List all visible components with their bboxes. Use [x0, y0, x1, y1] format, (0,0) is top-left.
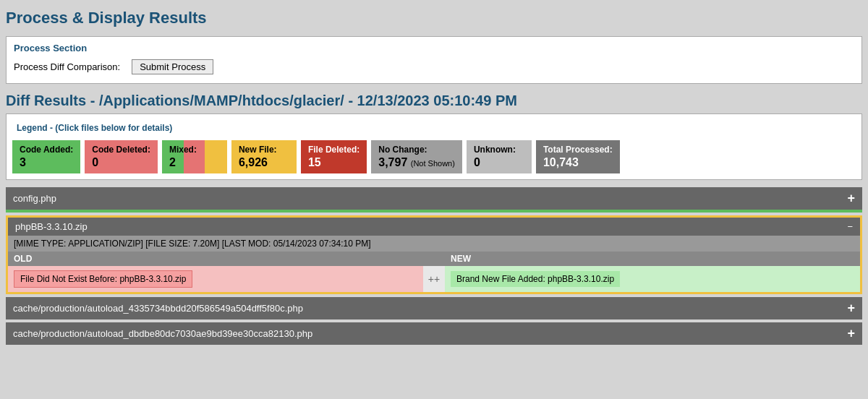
stat-value-new-file: 6,926 [239, 156, 289, 169]
file-row-autoload-2[interactable]: cache/production/autoload_dbdbe80dc7030a… [6, 322, 862, 345]
file-row-autoload-1[interactable]: cache/production/autoload_4335734bbdd20f… [6, 297, 862, 319]
stat-label-code-deleted: Code Deleted: [92, 145, 150, 155]
stat-card-total: Total Processed: 10,743 [536, 140, 620, 173]
diff-results-title: Diff Results - /Applications/MAMP/htdocs… [6, 93, 862, 109]
stat-value-file-deleted: 15 [308, 156, 359, 169]
diff-new-cell: Brand New File Added: phpBB-3.3.10.zip [445, 266, 860, 292]
stat-label-unknown: Unknown: [474, 145, 524, 155]
stats-row: Code Added: 3 Code Deleted: 0 Mixed: 2 N… [12, 140, 856, 173]
diff-old-cell: File Did Not Exist Before: phpBB-3.3.10.… [8, 266, 423, 292]
green-bar-config-php [6, 210, 862, 213]
stat-card-unknown: Unknown: 0 [467, 140, 532, 173]
file-row-phpbb-zip[interactable]: phpBB-3.3.10.zip − [8, 218, 860, 236]
stat-label-new-file: New File: [239, 145, 289, 155]
stat-value-code-added: 3 [20, 156, 73, 169]
stat-value-no-change: 3,797 (Not Shown) [378, 156, 455, 169]
diff-old-text: File Did Not Exist Before: phpBB-3.3.10.… [14, 270, 192, 288]
file-name-phpbb-zip: phpBB-3.3.10.zip [15, 221, 88, 232]
stat-card-mixed: Mixed: 2 [162, 140, 227, 173]
stat-value-unknown: 0 [474, 156, 524, 169]
process-label: Process Diff Comparison: [14, 61, 120, 72]
stat-value-code-deleted: 0 [92, 156, 150, 169]
stat-value-mixed: 2 [169, 156, 220, 169]
stat-label-code-added: Code Added: [20, 145, 73, 155]
expand-icon-autoload-2: + [847, 326, 855, 341]
mime-bar-phpbb-zip: [MIME TYPE: APPLICATION/ZIP] [FILE SIZE:… [8, 236, 860, 252]
expand-icon-autoload-1: + [847, 301, 855, 316]
file-block-autoload-1: cache/production/autoload_4335734bbdd20f… [6, 297, 862, 319]
stat-card-new-file: New File: 6,926 [231, 140, 297, 173]
file-name-config-php: config.php [13, 193, 56, 204]
stat-label-total: Total Processed: [543, 145, 613, 155]
expand-icon-config-php: + [847, 191, 855, 206]
file-block-phpbb-zip: phpBB-3.3.10.zip − [MIME TYPE: APPLICATI… [6, 215, 862, 294]
stat-label-mixed: Mixed: [169, 145, 220, 155]
diff-new-text: Brand New File Added: phpBB-3.3.10.zip [451, 271, 620, 287]
legend-label: Legend - (Click files below for details) [12, 120, 856, 136]
file-block-autoload-2: cache/production/autoload_dbdbe80dc7030a… [6, 322, 862, 345]
stat-card-code-added: Code Added: 3 [12, 140, 80, 173]
stat-label-no-change: No Change: [378, 145, 455, 155]
stat-label-file-deleted: File Deleted: [308, 145, 359, 155]
legend-box: Legend - (Click files below for details)… [6, 113, 862, 180]
file-block-config-php: config.php + [6, 187, 862, 213]
submit-process-button[interactable]: Submit Process [132, 59, 213, 74]
diff-arrow: ++ [423, 266, 445, 292]
process-section-box: Process Section Process Diff Comparison:… [6, 36, 862, 84]
process-section-header: Process Section [14, 43, 854, 53]
page-title: Process & Display Results [6, 6, 862, 30]
stat-value-total: 10,743 [543, 156, 613, 169]
file-name-autoload-1: cache/production/autoload_4335734bbdd20f… [13, 303, 303, 314]
file-row-config-php[interactable]: config.php + [6, 187, 862, 210]
diff-table-header: OLD NEW [8, 252, 860, 266]
diff-content-row: File Did Not Exist Before: phpBB-3.3.10.… [8, 266, 860, 292]
stat-card-code-deleted: Code Deleted: 0 [85, 140, 158, 173]
stat-card-file-deleted: File Deleted: 15 [301, 140, 367, 173]
collapse-icon-phpbb-zip: − [847, 221, 853, 232]
file-name-autoload-2: cache/production/autoload_dbdbe80dc7030a… [13, 328, 312, 339]
process-row: Process Diff Comparison: Submit Process [14, 59, 854, 74]
stat-card-no-change: No Change: 3,797 (Not Shown) [371, 140, 462, 173]
col-new-header: NEW [445, 252, 860, 266]
col-old-header: OLD [8, 252, 423, 266]
